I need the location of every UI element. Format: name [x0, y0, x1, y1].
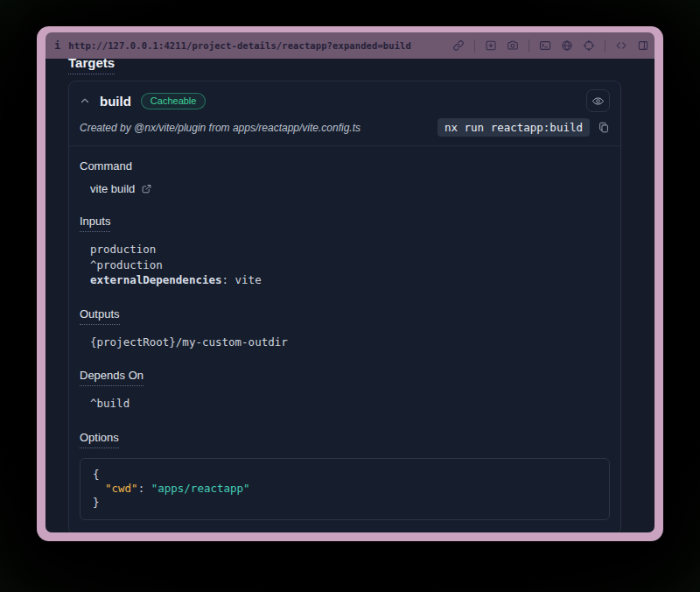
json-value: "apps/reactapp" — [151, 482, 250, 495]
build-panel-header[interactable]: build Cacheable — [69, 81, 620, 116]
open-config-button[interactable] — [141, 183, 152, 194]
url-text[interactable]: http://127.0.0.1:4211/project-details/re… — [68, 40, 411, 51]
output-item: {projectRoot}/my-custom-outdir — [90, 335, 610, 350]
toolbar-icons — [452, 39, 649, 53]
json-colon: : — [138, 482, 151, 495]
terminal-icon[interactable] — [539, 39, 551, 52]
depends-on-item: ^build — [90, 396, 610, 412]
command-value-row: vite build — [80, 182, 610, 195]
eye-icon — [592, 95, 605, 108]
code-icon[interactable] — [615, 39, 627, 52]
command-value: vite build — [90, 182, 135, 195]
cacheable-badge: Cacheable — [141, 93, 206, 109]
target-panel-build: build Cacheable Created by @nx/vite/plug… — [68, 81, 621, 532]
input-item: production — [90, 242, 610, 257]
crosshair-icon[interactable] — [583, 39, 595, 52]
info-icon: i — [54, 39, 60, 52]
camera-icon[interactable] — [507, 39, 519, 52]
build-panel-body: Command vite build Inputs production — [69, 146, 620, 532]
inputs-list: production ^production externalDependenc… — [80, 242, 610, 288]
page-title: Targets — [68, 59, 115, 70]
chevron-up-icon — [80, 95, 90, 106]
page-viewport: Targets build Cacheable Created by @nx/v… — [46, 59, 654, 532]
command-label: Command — [80, 159, 132, 173]
options-section: Options { "cwd": "apps/reactapp" } — [80, 431, 610, 520]
json-line-close: } — [93, 496, 597, 510]
globe-icon[interactable] — [561, 39, 573, 52]
toolbar-divider — [528, 39, 529, 53]
created-by-row: Created by @nx/vite/plugin from apps/rea… — [69, 116, 620, 146]
toolbar-divider — [605, 39, 606, 53]
outputs-list: {projectRoot}/my-custom-outdir — [80, 335, 610, 350]
depends-on-section: Depends On ^build — [80, 369, 610, 412]
json-line-cwd: "cwd": "apps/reactapp" — [93, 482, 597, 496]
created-by-text: Created by @nx/vite/plugin from apps/rea… — [80, 122, 360, 134]
link-icon[interactable] — [452, 39, 465, 52]
inputs-label[interactable]: Inputs — [80, 215, 110, 232]
depends-on-list: ^build — [80, 396, 610, 412]
download-icon[interactable] — [485, 39, 497, 52]
browser-window: i http://127.0.0.1:4211/project-details/… — [37, 26, 663, 541]
depends-on-label[interactable]: Depends On — [80, 369, 144, 386]
options-code-block: { "cwd": "apps/reactapp" } — [80, 458, 610, 520]
desktop-background: i http://127.0.0.1:4211/project-details/… — [0, 0, 700, 592]
external-link-icon — [141, 183, 152, 194]
input-named-key: externalDependencies — [90, 273, 222, 286]
target-name-build: build — [100, 94, 131, 109]
options-label[interactable]: Options — [80, 431, 119, 448]
toolbar-divider — [474, 39, 475, 53]
json-line-open: { — [93, 468, 597, 482]
json-key: "cwd" — [105, 482, 138, 495]
run-command-chip: nx run reactapp:build — [438, 118, 590, 137]
targets-heading[interactable]: Targets — [68, 59, 115, 74]
view-target-graph-button[interactable] — [586, 89, 610, 112]
browser-address-bar: i http://127.0.0.1:4211/project-details/… — [46, 32, 654, 59]
inputs-section: Inputs production ^production externalDe… — [80, 215, 610, 288]
split-panel-icon[interactable] — [637, 39, 649, 52]
copy-icon — [598, 121, 610, 134]
copy-command-button[interactable] — [598, 121, 610, 134]
outputs-label[interactable]: Outputs — [80, 307, 120, 325]
command-section: Command vite build — [80, 159, 610, 195]
outputs-section: Outputs {projectRoot}/my-custom-outdir — [80, 307, 610, 350]
input-item: ^production — [90, 257, 610, 273]
input-item: externalDependencies: vite — [90, 272, 610, 288]
input-named-value: : vite — [222, 273, 262, 286]
